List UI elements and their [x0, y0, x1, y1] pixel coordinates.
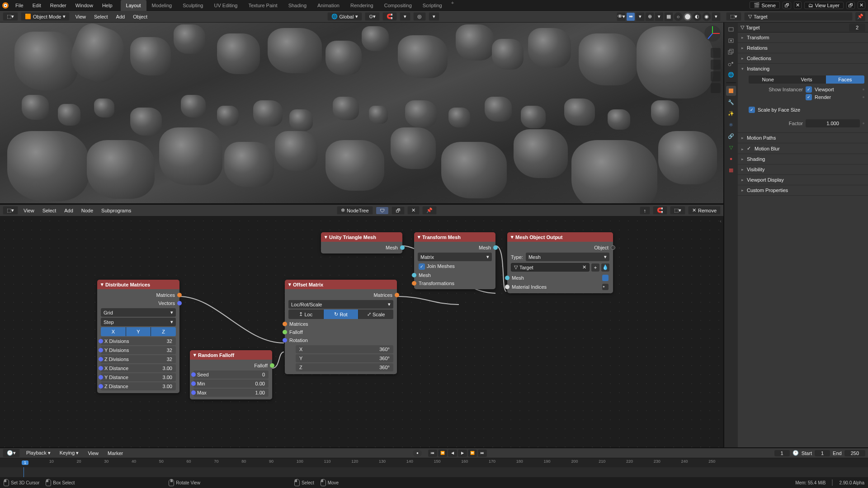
- scene-new-icon[interactable]: 🗗: [783, 2, 791, 9]
- editor-type-3dview-icon[interactable]: ⬚▾: [3, 12, 18, 21]
- visibility-selectability-icon[interactable]: 👁▾: [617, 12, 626, 21]
- tab-mesh-icon[interactable]: ▽: [726, 142, 736, 152]
- overlays-options-selector[interactable]: ▾: [655, 12, 664, 21]
- tab-object-icon[interactable]: [726, 86, 736, 96]
- distribute-z-distance[interactable]: Z Distance3.00: [101, 382, 176, 390]
- go-parent-icon[interactable]: ↑: [640, 206, 651, 215]
- ne-menu-node[interactable]: Node: [79, 208, 96, 213]
- distribute-type-selector[interactable]: Grid▾: [101, 308, 176, 317]
- sec-relations[interactable]: Relations: [738, 43, 868, 53]
- transform-in-transformations[interactable]: Transformations: [414, 279, 495, 287]
- timeline-ruler[interactable]: 1 10203040506070809010011012013014015016…: [0, 458, 868, 467]
- sec-visibility[interactable]: Visibility: [738, 164, 868, 174]
- offset-in-falloff[interactable]: Falloff: [285, 328, 397, 336]
- menu-file[interactable]: File: [11, 0, 28, 11]
- nodetree-selector[interactable]: ✲NodeTree: [337, 206, 373, 215]
- shading-options-selector[interactable]: ▾: [712, 12, 721, 21]
- vp-menu-add[interactable]: Add: [113, 14, 128, 19]
- distribute-z-divisions[interactable]: Z Divisions32: [101, 355, 176, 363]
- offset-rot-button[interactable]: ↻Rot: [324, 310, 359, 319]
- node-unity-triangle-title[interactable]: ▾Unity Triangle Mesh: [321, 232, 402, 242]
- workspace-tab-sculpting[interactable]: Sculpting: [177, 0, 208, 11]
- factor-field[interactable]: 1.000: [806, 119, 860, 127]
- node-distribute-title[interactable]: ▾Distribute Matrices: [97, 280, 179, 289]
- show-instancer-viewport-checkbox[interactable]: ✓: [806, 86, 812, 93]
- sec-transform[interactable]: Transform: [738, 33, 868, 42]
- distribute-y-distance[interactable]: Y Distance3.00: [101, 373, 176, 381]
- workspace-tab-rendering[interactable]: Rendering: [345, 0, 379, 11]
- workspace-add-button[interactable]: +: [448, 0, 458, 11]
- offset-rot-y[interactable]: Y360°: [296, 354, 393, 362]
- play-reverse-icon[interactable]: ◀: [448, 450, 457, 457]
- workspace-tab-compositing[interactable]: Compositing: [379, 0, 417, 11]
- transform-out-mesh[interactable]: Mesh: [414, 244, 495, 252]
- output-type-selector[interactable]: Mesh▾: [526, 253, 609, 261]
- offset-in-rotation[interactable]: Rotation: [285, 336, 397, 344]
- tab-world-icon[interactable]: 🌐: [726, 70, 736, 80]
- workspace-tab-layout[interactable]: Layout: [121, 0, 146, 11]
- nodetree-unlink-icon[interactable]: ✕: [407, 206, 420, 215]
- tab-render-icon[interactable]: [726, 24, 736, 34]
- distribute-out-matrices[interactable]: Matrices: [97, 291, 179, 299]
- sec-viewport-display[interactable]: Viewport Display: [738, 175, 868, 185]
- workspace-tab-uv[interactable]: UV Editing: [208, 0, 243, 11]
- 3d-viewport[interactable]: [0, 23, 723, 203]
- keyframe-next-icon[interactable]: ⏩: [468, 450, 477, 457]
- output-out-object[interactable]: Object: [507, 244, 613, 252]
- offset-rot-x[interactable]: X360°: [296, 345, 393, 353]
- output-target-field[interactable]: ▽Target✕: [511, 263, 590, 272]
- offset-loc-button[interactable]: ↥Loc: [288, 310, 324, 319]
- ne-menu-select[interactable]: Select: [40, 208, 59, 213]
- output-in-material-indices[interactable]: Material Indices∘: [507, 282, 613, 291]
- node-mesh-output-title[interactable]: ▾Mesh Object Output: [507, 232, 613, 242]
- sec-motion-blur[interactable]: ✓Motion Blur: [738, 143, 868, 154]
- random-out-falloff[interactable]: Falloff: [190, 361, 272, 370]
- distribute-axis-y[interactable]: Y: [126, 327, 151, 336]
- gizmo-toggle-icon[interactable]: ⬌: [626, 12, 635, 21]
- scene-selector[interactable]: 🎬Scene: [750, 1, 780, 9]
- shading-solid-icon[interactable]: [683, 12, 692, 21]
- auto-execution-icon[interactable]: ⬚▾: [670, 206, 685, 215]
- crumb-object[interactable]: Target: [746, 25, 760, 30]
- remove-button[interactable]: ✕Remove: [688, 206, 721, 215]
- snap-toggle-icon[interactable]: 🧲: [382, 12, 397, 21]
- viewlayer-selector[interactable]: 🗂View Layer: [804, 2, 844, 9]
- shield-icon[interactable]: 🛡: [376, 206, 389, 215]
- overlays-toggle-icon[interactable]: ⊕: [645, 12, 654, 21]
- start-frame-field[interactable]: 1: [815, 450, 830, 456]
- end-frame-field[interactable]: 250: [844, 450, 865, 456]
- tab-physics-icon[interactable]: ⚛: [726, 120, 736, 130]
- tab-material-icon[interactable]: ●: [726, 154, 736, 164]
- preview-range-icon[interactable]: 🕐: [793, 450, 799, 456]
- viewlayer-new-icon[interactable]: 🗗: [846, 2, 855, 9]
- output-eyedropper-icon[interactable]: 💧: [601, 263, 609, 272]
- app-logo-icon[interactable]: [0, 0, 11, 11]
- ne-menu-add[interactable]: Add: [61, 208, 76, 213]
- tab-modifier-icon[interactable]: 🔧: [726, 97, 736, 107]
- distribute-axis-x[interactable]: X: [101, 327, 126, 336]
- node-offset-matrix-title[interactable]: ▾Offset Matrix: [285, 280, 397, 289]
- mode-selector[interactable]: 🟧Object Mode▾: [21, 12, 70, 21]
- scene-delete-icon[interactable]: ✕: [794, 1, 802, 9]
- pin-nodetree-icon[interactable]: 📌: [422, 206, 437, 215]
- vp-menu-object[interactable]: Object: [130, 14, 150, 19]
- scale-by-face-checkbox[interactable]: ✓: [749, 107, 755, 113]
- instancing-none[interactable]: None: [749, 75, 787, 84]
- editor-type-timeline-icon[interactable]: 🕐▾: [3, 449, 20, 457]
- sec-instancing[interactable]: Instancing: [738, 64, 868, 74]
- jump-end-icon[interactable]: ⏭: [478, 450, 487, 457]
- menu-edit[interactable]: Edit: [28, 0, 46, 11]
- instancing-verts[interactable]: Verts: [787, 75, 826, 84]
- sec-custom-props[interactable]: Custom Properties: [738, 185, 868, 195]
- axis-gizmo[interactable]: [703, 24, 722, 42]
- instancing-faces[interactable]: Faces: [826, 75, 864, 84]
- nodetree-new-icon[interactable]: 🗗: [392, 206, 405, 215]
- random-max[interactable]: Max1.00: [193, 389, 269, 397]
- tl-menu-marker[interactable]: Marker: [105, 450, 126, 456]
- menu-window[interactable]: Window: [71, 0, 98, 11]
- pivot-selector[interactable]: ⊙▾: [365, 12, 380, 21]
- tl-menu-view[interactable]: View: [85, 450, 101, 456]
- transform-mode-selector[interactable]: Matrix▾: [418, 253, 492, 261]
- distribute-x-divisions[interactable]: X Divisions32: [101, 337, 176, 345]
- anim-dot[interactable]: [863, 96, 864, 98]
